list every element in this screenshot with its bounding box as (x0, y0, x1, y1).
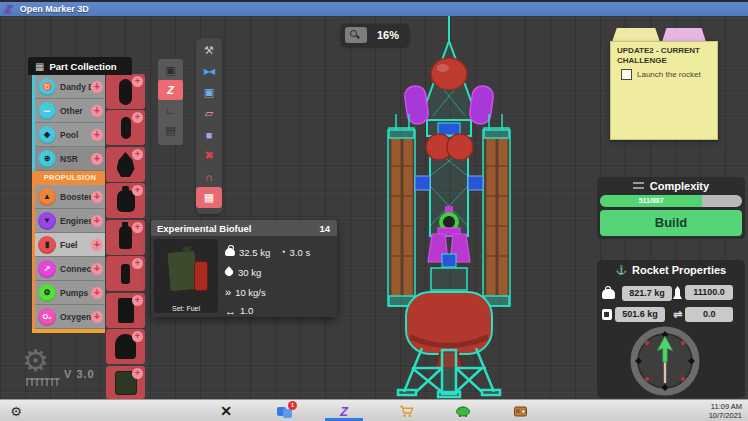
magnet-icon: ∩ (205, 171, 213, 183)
z-tool-button[interactable]: Z (158, 80, 183, 100)
crossed-tools-icon: ✕ (220, 403, 232, 419)
add-category-button[interactable]: + (91, 81, 103, 93)
add-part-button[interactable]: + (132, 112, 143, 123)
add-category-button[interactable]: + (91, 191, 103, 203)
fuel-icon: ▮ (38, 236, 56, 254)
cube-tool-button[interactable]: ■ (196, 124, 222, 145)
shop-button[interactable] (394, 400, 418, 421)
thrust-rocket-icon (673, 286, 682, 299)
add-part-button[interactable]: + (132, 331, 143, 342)
part-tile[interactable]: + (106, 74, 145, 109)
part-tile[interactable]: + (106, 147, 145, 182)
sidebar-item-nsr[interactable]: ⊕ NSR + (35, 147, 105, 171)
add-part-button[interactable]: + (132, 295, 143, 306)
sidebar-item-boosters[interactable]: ▲ Boosters + (35, 185, 105, 209)
eraser-tool-button[interactable]: ▱ (196, 103, 222, 124)
fuel-tank-silhouette (119, 79, 132, 105)
sidebar-item-fuel[interactable]: ▮ Fuel + (35, 233, 105, 257)
sidebar-item-oxygen[interactable]: O₂ Oxygen + (35, 305, 105, 329)
add-category-button[interactable]: + (91, 129, 103, 141)
tooltip-body: Set: Fuel 32.5 kg ◔ 3.0 s 30 kg » 10 kg/… (151, 236, 337, 317)
sidebar-item-engines[interactable]: ▼ Engines + (35, 209, 105, 233)
part-tile[interactable]: + (106, 110, 145, 145)
size-icon: ↔ (225, 305, 236, 317)
flow-value: 10 kg/s (235, 287, 266, 298)
frame-tool-button[interactable]: ▣ (158, 60, 183, 80)
category-label: Oxygen (60, 312, 91, 322)
part-tile[interactable]: + (106, 329, 145, 364)
taskbar: ⚙ ✕ 1 Z (0, 399, 748, 421)
red-canister-image (194, 261, 208, 291)
gear-pencil-logo-icon: ⚙ (22, 344, 49, 377)
sidebar-item-other[interactable]: ••• Other + (35, 99, 105, 123)
layers-tool-button[interactable]: ▤ (158, 120, 183, 140)
add-part-button[interactable]: + (132, 149, 143, 160)
flip-tool-button[interactable]: ▶◀ (196, 61, 222, 82)
rocket-properties-panel: ⚓ Rocket Properties 821.7 kg 11100.0 501… (597, 260, 745, 398)
wrench-tool-button[interactable]: ⚒ (196, 40, 222, 61)
weight-icon (602, 289, 615, 299)
hammer-icon: ⚒ (204, 44, 214, 57)
radio-button[interactable] (508, 400, 532, 421)
sidebar-item-connectors[interactable]: ↗ Connectors + (35, 257, 105, 281)
settings-button[interactable]: ⚙ (4, 400, 28, 421)
add-part-button[interactable]: + (132, 185, 143, 196)
add-category-button[interactable]: + (91, 215, 103, 227)
category-label: Fuel (60, 240, 91, 250)
part-set-label: Set: Fuel (154, 305, 218, 312)
fuel-tank-silhouette (119, 226, 132, 249)
grid-icon: ▦ (35, 61, 44, 72)
add-category-button[interactable]: + (91, 153, 103, 165)
part-tile[interactable]: + (106, 293, 145, 328)
flow-icon: » (225, 286, 231, 298)
note-tab-pink[interactable] (662, 28, 706, 42)
task-label: Launch the rocket (637, 70, 701, 79)
path-tool-button[interactable]: ∟ (158, 100, 183, 120)
workshop-button[interactable]: ✕ (212, 400, 240, 421)
cube-icon: ■ (206, 129, 213, 141)
eraser-icon: ▱ (205, 107, 213, 120)
bank-button[interactable] (451, 400, 475, 421)
add-part-button[interactable]: + (132, 76, 143, 87)
burn-time-value: 3.0 s (290, 247, 311, 258)
rocket-canvas[interactable] (378, 16, 518, 399)
add-part-button[interactable]: + (132, 222, 143, 233)
flip-arrows-icon: ▶◀ (204, 67, 214, 76)
part-tile-experimental-biofuel[interactable]: + (106, 366, 145, 399)
category-label: Other (60, 106, 91, 116)
copy-tool-button[interactable]: ▣ (196, 82, 222, 103)
droplet-icon (223, 266, 234, 277)
piggy-bank-icon (455, 405, 471, 417)
note-tab-yellow[interactable] (612, 28, 660, 42)
sidebar-item-pool[interactable]: ◆ Pool + (35, 123, 105, 147)
add-category-button[interactable]: + (91, 287, 103, 299)
width-field: 0.0 (685, 307, 733, 322)
part-tile[interactable]: + (106, 256, 145, 291)
layers-icon: ▤ (165, 124, 175, 137)
zoom-in-button[interactable] (345, 27, 367, 43)
sidebar-item-dandy-deer[interactable]: ♉ Dandy Deer + (35, 75, 105, 99)
zoom-control: 16% (341, 24, 409, 46)
add-part-button[interactable]: + (132, 368, 143, 379)
radio-icon (514, 405, 527, 417)
part-tile[interactable]: + (106, 183, 145, 218)
sidebar-item-pumps[interactable]: ⚙ Pumps + (35, 281, 105, 305)
anchor-icon: ⚓ (616, 265, 627, 275)
delete-tool-button[interactable]: ✖ (196, 145, 222, 166)
mass-value: 32.5 kg (239, 247, 270, 258)
task-checkbox[interactable] (621, 69, 632, 80)
fuel-tank-silhouette (121, 264, 130, 284)
add-category-button[interactable]: + (91, 311, 103, 323)
social-button[interactable]: 1 (274, 400, 302, 421)
part-tile[interactable]: + (106, 220, 145, 255)
gear-icon: ⚙ (10, 404, 22, 419)
add-part-button[interactable]: + (132, 258, 143, 269)
add-category-button[interactable]: + (91, 263, 103, 275)
build-button[interactable]: Build (600, 210, 742, 236)
magnet-tool-button[interactable]: ∩ (196, 166, 222, 187)
clock-date: 10/7/2021 (709, 411, 742, 420)
add-category-button[interactable]: + (91, 239, 103, 251)
frame-icon: ▣ (165, 64, 175, 77)
sheet-tool-button[interactable]: ▦ (196, 187, 222, 208)
add-category-button[interactable]: + (91, 105, 103, 117)
